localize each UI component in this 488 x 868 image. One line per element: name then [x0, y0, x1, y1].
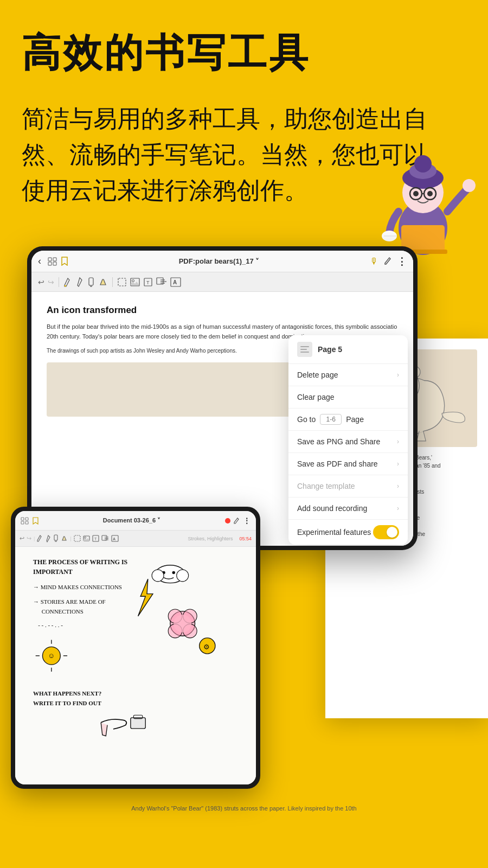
- strokes-label: Strokes, Highlighters: [188, 536, 237, 541]
- pencil-tool[interactable]: [63, 277, 72, 288]
- redo-icon[interactable]: ↪: [48, 278, 54, 286]
- ipad-toolbar: ‹ PDF:polar bears(1)_17 ˅: [31, 251, 413, 272]
- svg-text:A: A: [113, 537, 115, 541]
- lightning-doodle: [138, 579, 153, 616]
- experimental-toggle[interactable]: [373, 525, 399, 539]
- svg-rect-18: [53, 262, 56, 265]
- more-menu-icon[interactable]: ⋮: [397, 256, 407, 267]
- lasso-small[interactable]: [74, 535, 81, 542]
- svg-rect-34: [25, 518, 28, 520]
- page-icon: [297, 342, 312, 357]
- delete-page-label: Delete page: [297, 371, 338, 379]
- grid-small-icon: [21, 517, 29, 525]
- dropdown-add-sound[interactable]: Add sound recording ›: [288, 497, 408, 520]
- highlighter-tool[interactable]: [98, 277, 108, 287]
- svg-point-56: [152, 570, 164, 582]
- handwriting-line-5: CONNECTIONS: [42, 608, 84, 615]
- svg-point-24: [132, 279, 134, 282]
- pen-tool-small[interactable]: [45, 534, 51, 542]
- save-pdf-label: Save as PDF and share: [297, 459, 378, 468]
- text-box-tool[interactable]: T: [143, 277, 153, 287]
- dropdown-goto: Go to Page: [288, 409, 408, 431]
- svg-rect-15: [48, 258, 52, 261]
- svg-point-41: [84, 537, 86, 539]
- svg-text:A: A: [173, 279, 177, 285]
- svg-point-11: [427, 191, 433, 196]
- bottom-footer-text: Andy Warhol's "Polar Bear" (1983) struts…: [22, 805, 466, 812]
- text-small[interactable]: T: [92, 535, 99, 542]
- font-tool[interactable]: A: [170, 277, 181, 287]
- marker-tool[interactable]: [87, 277, 95, 288]
- svg-point-55: [172, 571, 175, 574]
- top-section: 高效的书写工具 简洁与易用的多种工具，助您创造出自然、流畅的手写笔记。当然，您也…: [0, 0, 488, 208]
- svg-rect-16: [53, 258, 56, 261]
- svg-rect-22: [118, 278, 126, 286]
- dropdown-header: Page 5: [288, 335, 408, 364]
- toolbar-icons: [48, 257, 68, 266]
- clear-page-label: Clear page: [297, 393, 335, 401]
- svg-point-57: [177, 570, 189, 582]
- bookmark-icon: [61, 257, 68, 266]
- font-small[interactable]: A: [111, 535, 119, 542]
- highlighter-small[interactable]: [61, 535, 68, 542]
- devices-section: ‹ PDF:polar bears(1)_17 ˅: [0, 230, 488, 805]
- link-tool[interactable]: [156, 277, 167, 287]
- chevron-icon: ›: [397, 505, 399, 512]
- marker-small[interactable]: [53, 534, 59, 542]
- pen-small-icon[interactable]: [234, 517, 240, 525]
- handwriting-line-6: WHAT HAPPENS NEXT?: [33, 690, 101, 697]
- svg-rect-39: [74, 535, 80, 541]
- dropdown-delete-page[interactable]: Delete page ›: [288, 364, 408, 386]
- pencil-small[interactable]: [37, 534, 43, 542]
- change-template-label: Change template: [297, 482, 355, 490]
- svg-rect-21: [90, 285, 92, 287]
- dropdown-save-png[interactable]: Save as PNG and Share ›: [288, 431, 408, 453]
- redo-small[interactable]: ↪: [27, 535, 31, 542]
- undo-small[interactable]: ↩: [20, 535, 24, 542]
- bookmark-small-icon: [33, 517, 38, 525]
- timer-label: 05:54: [239, 536, 252, 541]
- dropdown-experimental: Experimental features: [288, 520, 408, 545]
- secondary-toolbar: Document 03-26_6 ˅ ⋮: [15, 511, 256, 531]
- handwriting-line-7: WRITE IT TO FIND OUT: [33, 700, 102, 706]
- svg-rect-33: [21, 518, 24, 520]
- ipad-main-screen: ‹ PDF:polar bears(1)_17 ˅: [31, 251, 413, 546]
- recording-dot: [225, 518, 230, 524]
- svg-point-62: [174, 615, 191, 633]
- dropdown-change-template[interactable]: Change template ›: [288, 475, 408, 497]
- more-small-icon[interactable]: ⋮: [243, 516, 251, 525]
- image-small[interactable]: [83, 535, 90, 541]
- svg-text:T: T: [146, 280, 150, 285]
- experimental-label: Experimental features: [297, 528, 371, 537]
- ipad-main: ‹ PDF:polar bears(1)_17 ˅: [27, 246, 418, 550]
- chevron-icon: ›: [397, 371, 399, 379]
- selection-tool[interactable]: [117, 277, 127, 287]
- image-tool[interactable]: [130, 278, 140, 286]
- undo-icon[interactable]: ↩: [38, 278, 44, 286]
- svg-text:T: T: [94, 537, 97, 541]
- goto-input[interactable]: [320, 414, 342, 425]
- handwriting-line-1: THE PROCESS OF WRITING IS: [33, 558, 127, 566]
- svg-point-6: [414, 155, 432, 173]
- back-button[interactable]: ‹: [38, 256, 41, 267]
- chevron-icon: ›: [397, 438, 399, 445]
- link-small[interactable]: [101, 535, 109, 542]
- ipad-secondary-screen: Document 03-26_6 ˅ ⋮ ↩ ↪ |: [15, 511, 256, 784]
- handwriting-line-4: → STORIES ARE MADE OF: [33, 598, 106, 605]
- dropdown-menu: Page 5 Delete page › Clear page Go to Pa…: [288, 335, 408, 545]
- svg-rect-17: [48, 262, 52, 265]
- pen-icon[interactable]: [384, 257, 391, 266]
- secondary-drawing-bar: ↩ ↪ | |: [15, 531, 256, 547]
- goto-page-label: Page: [346, 415, 364, 424]
- chevron-icon: ›: [397, 460, 399, 468]
- dropdown-clear-page[interactable]: Clear page: [288, 386, 408, 409]
- handwriting-line-3: → MIND MAKES CONNECTIONS: [33, 584, 122, 590]
- secondary-doc-title[interactable]: Document 03-26_6 ˅: [42, 517, 222, 524]
- doc-heading: An icon transformed: [47, 305, 398, 316]
- microphone-icon[interactable]: 🎙: [370, 257, 378, 266]
- toolbar-document-title[interactable]: PDF:polar bears(1)_17 ˅: [73, 257, 365, 265]
- dropdown-save-pdf[interactable]: Save as PDF and share ›: [288, 453, 408, 475]
- svg-rect-38: [55, 540, 57, 542]
- fountain-pen-tool[interactable]: [75, 277, 84, 288]
- suitcase-doodle: [131, 718, 145, 729]
